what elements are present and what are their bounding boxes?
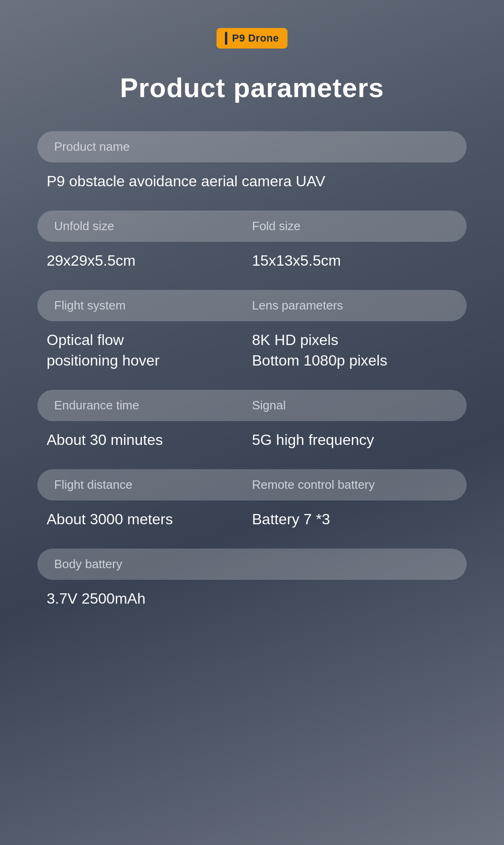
- label-fold-size: Fold size: [252, 219, 450, 233]
- value-row-flight-lens: Optical flow positioning hover 8K HD pix…: [37, 330, 467, 372]
- param-row-size: Unfold size Fold size 29x29x5.5cm 15x13x…: [37, 211, 467, 285]
- label-bar-size: Unfold size Fold size: [37, 211, 467, 242]
- value-row-size: 29x29x5.5cm 15x13x5.5cm: [37, 250, 467, 271]
- label-bar-endurance-signal: Endurance time Signal: [37, 390, 467, 421]
- value-flight-system: Optical flow positioning hover: [47, 330, 252, 372]
- label-lens-params: Lens parameters: [252, 298, 450, 313]
- label-flight-system: Flight system: [54, 298, 252, 313]
- param-row-product-name: Product name P9 obstacle avoidance aeria…: [37, 131, 467, 206]
- value-signal: 5G high frequency: [252, 430, 457, 451]
- brand-tag-text: P9 Drone: [232, 32, 279, 44]
- value-row-endurance-signal: About 30 minutes 5G high frequency: [37, 430, 467, 451]
- value-product-name: P9 obstacle avoidance aerial camera UAV: [37, 171, 467, 192]
- value-remote-battery: Battery 7 *3: [252, 509, 457, 530]
- param-row-endurance-signal: Endurance time Signal About 30 minutes 5…: [37, 390, 467, 465]
- label-bar-flight-battery: Flight distance Remote control battery: [37, 469, 467, 500]
- value-fold-size: 15x13x5.5cm: [252, 250, 457, 271]
- label-endurance-time: Endurance time: [54, 398, 252, 413]
- param-row-flight-lens: Flight system Lens parameters Optical fl…: [37, 290, 467, 386]
- param-row-body-battery: Body battery 3.7V 2500mAh: [37, 549, 467, 623]
- value-lens-params: 8K HD pixels Bottom 1080p pixels: [252, 330, 457, 372]
- label-product-name: Product name: [54, 140, 450, 154]
- brand-tag-bar: [225, 32, 227, 45]
- label-signal: Signal: [252, 398, 450, 413]
- params-container: Product name P9 obstacle avoidance aeria…: [37, 131, 467, 628]
- page-title: Product parameters: [120, 72, 384, 103]
- label-bar-body-battery: Body battery: [37, 549, 467, 580]
- label-unfold-size: Unfold size: [54, 219, 252, 233]
- value-endurance-time: About 30 minutes: [47, 430, 252, 451]
- value-flight-distance: About 3000 meters: [47, 509, 252, 530]
- param-row-flight-battery: Flight distance Remote control battery A…: [37, 469, 467, 544]
- label-bar-product-name: Product name: [37, 131, 467, 162]
- label-flight-distance: Flight distance: [54, 478, 252, 492]
- label-bar-flight-lens: Flight system Lens parameters: [37, 290, 467, 321]
- label-body-battery: Body battery: [54, 557, 450, 571]
- brand-tag: P9 Drone: [217, 28, 287, 49]
- value-unfold-size: 29x29x5.5cm: [47, 250, 252, 271]
- label-remote-battery: Remote control battery: [252, 478, 450, 492]
- value-row-flight-battery: About 3000 meters Battery 7 *3: [37, 509, 467, 530]
- value-body-battery: 3.7V 2500mAh: [37, 588, 467, 609]
